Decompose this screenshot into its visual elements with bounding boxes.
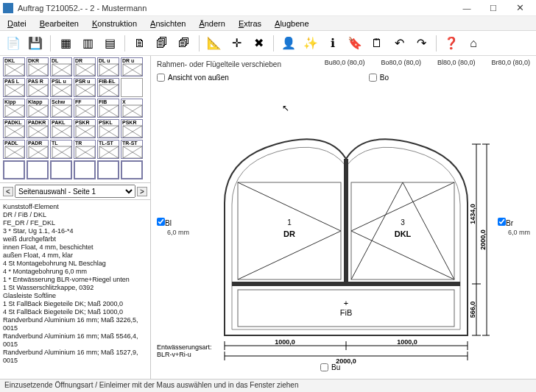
palette-TR[interactable]: TR bbox=[74, 140, 96, 159]
grid1-button[interactable]: ▦ bbox=[57, 35, 74, 52]
left-pane: DKLDKRDLDRDL uDR uPAS LPAS RPSL uPSR uFI… bbox=[0, 56, 151, 379]
info-line: 4 St FallBack Biegeteile DK; Maß 1000,0 bbox=[3, 308, 147, 316]
palette-pager: < Seitenauswahl - Seite 1 > bbox=[0, 182, 150, 199]
menu-extras[interactable]: Extras bbox=[234, 18, 266, 29]
palette-PSR u[interactable]: PSR u bbox=[74, 78, 96, 97]
menu-datei[interactable]: Datei bbox=[3, 18, 31, 29]
note-button[interactable]: 🗒 bbox=[368, 35, 386, 52]
checkbox-br-group: Br 6,0 mm bbox=[498, 218, 530, 236]
newdoc-button[interactable]: 🗎 bbox=[131, 35, 149, 52]
palette-Kipp[interactable]: Kipp bbox=[3, 99, 25, 118]
palette-blank[interactable] bbox=[50, 160, 72, 179]
copy-button[interactable]: 🗐 bbox=[153, 35, 171, 52]
palette-X[interactable]: X bbox=[121, 99, 143, 118]
palette-FIB-EL[interactable]: FIB-EL bbox=[97, 78, 119, 97]
save-button[interactable]: 💾 bbox=[27, 35, 44, 52]
svg-text:1434,0: 1434,0 bbox=[469, 204, 476, 224]
palette-Schw[interactable]: Schw bbox=[50, 99, 72, 118]
maximize-button[interactable]: ☐ bbox=[480, 1, 507, 15]
svg-text:1000,0: 1000,0 bbox=[397, 338, 417, 346]
minimize-button[interactable]: — bbox=[454, 1, 480, 15]
redo-button[interactable]: ↷ bbox=[412, 35, 430, 52]
palette-PADR[interactable]: PADR bbox=[27, 140, 49, 159]
info-line: Randverbund Aluminium 16 mm; Maß 5546,4,… bbox=[3, 332, 147, 349]
home-button[interactable]: ⌂ bbox=[465, 35, 482, 52]
palette-PAKL[interactable]: PAKL bbox=[50, 119, 72, 138]
palette-TL[interactable]: TL bbox=[50, 140, 72, 159]
page-button[interactable]: 📄 bbox=[4, 35, 22, 52]
palette-FF[interactable]: FF bbox=[74, 99, 96, 118]
palette-blank[interactable] bbox=[3, 160, 25, 179]
palette-TR-ST[interactable]: TR-ST bbox=[121, 140, 143, 159]
info-line: 4 * Montagebohrung 6,0 mm bbox=[3, 268, 147, 276]
palette-blank[interactable] bbox=[27, 160, 49, 179]
checkbox-aussen[interactable]: Ansicht von außen bbox=[157, 74, 229, 82]
canvas-header: Rahmen- oder Flügelteile verschieben bbox=[157, 60, 281, 68]
dim-value: Bl80,0 (80,0) bbox=[437, 59, 476, 66]
info-line: außen Float, 4 mm, klar bbox=[3, 252, 147, 260]
palette-PADKL[interactable]: PADKL bbox=[3, 119, 25, 138]
ruler-button[interactable]: 📐 bbox=[205, 35, 223, 52]
checkbox-bu[interactable]: Bu bbox=[320, 363, 340, 371]
palette-PAS R[interactable]: PAS R bbox=[27, 78, 49, 97]
grid3-button[interactable]: ▤ bbox=[101, 35, 119, 52]
paste-button[interactable]: 🗊 bbox=[175, 35, 193, 52]
info-line: 4 St Montagebohrung NL Beschlag bbox=[3, 260, 147, 268]
cursor-icon: ↖ bbox=[282, 103, 289, 113]
palette-PADL[interactable]: PADL bbox=[3, 140, 25, 159]
info-button[interactable]: ℹ bbox=[324, 35, 342, 52]
palette-PSKL[interactable]: PSKL bbox=[97, 119, 119, 138]
palette-DR u[interactable]: DR u bbox=[121, 57, 143, 76]
window-title: Auftrag T210052.- - 2 - Mustermann bbox=[18, 4, 147, 13]
palette-blank[interactable] bbox=[97, 160, 119, 179]
titlebar: Auftrag T210052.- - 2 - Mustermann — ☐ ✕ bbox=[0, 0, 536, 16]
crosshair-button[interactable]: ✛ bbox=[228, 35, 245, 52]
wand-button[interactable]: ✨ bbox=[302, 35, 320, 52]
info-line: Randverbund Aluminium 16 mm; Maß 1527,9,… bbox=[3, 349, 147, 365]
page-select[interactable]: Seitenauswahl - Seite 1 bbox=[15, 185, 135, 198]
info-line: Glasleiste Softline bbox=[3, 292, 147, 300]
info-line: 1 St Wasserschlitzkappe, 0392 bbox=[3, 284, 147, 292]
palette-blank[interactable] bbox=[121, 160, 143, 179]
menubar: DateiBearbeitenKonstruktionAnsichtenÄnde… bbox=[0, 16, 536, 31]
palette-PSL u[interactable]: PSL u bbox=[50, 78, 72, 97]
checkbox-bl[interactable]: Bl bbox=[157, 218, 189, 227]
menu-bearbeiten[interactable]: Bearbeiten bbox=[35, 18, 83, 29]
user-button[interactable]: 👤 bbox=[280, 35, 297, 52]
menu-konstruktion[interactable]: Konstruktion bbox=[88, 18, 141, 29]
close-button[interactable]: ✕ bbox=[507, 1, 533, 15]
br-value: 6,0 mm bbox=[508, 229, 530, 236]
toolbar: 📄💾▦▥▤🗎🗐🗊📐✛✖👤✨ℹ🔖🗒↶↷❓⌂ bbox=[0, 31, 536, 56]
palette-PAS L[interactable]: PAS L bbox=[3, 78, 25, 97]
info-line: weiß durchgefärbt bbox=[3, 235, 147, 243]
undo-button[interactable]: ↶ bbox=[390, 35, 408, 52]
help-button[interactable]: ❓ bbox=[442, 35, 460, 52]
palette-DR[interactable]: DR bbox=[74, 57, 96, 76]
palette-DL[interactable]: DL bbox=[50, 57, 72, 76]
info-line: 3 * Star, Ug 1.1, 4-16-*4 bbox=[3, 227, 147, 235]
palette-blank[interactable] bbox=[74, 160, 96, 179]
pane1-type: DR bbox=[283, 229, 295, 238]
menu-alugbene[interactable]: Alugbene bbox=[270, 18, 314, 29]
palette-DKL[interactable]: DKL bbox=[3, 57, 25, 76]
tag-button[interactable]: 🔖 bbox=[346, 35, 364, 52]
menu-ansichten[interactable]: Ansichten bbox=[146, 18, 190, 29]
menu-ändern[interactable]: Ändern bbox=[194, 18, 229, 29]
palette-blank[interactable] bbox=[121, 78, 143, 97]
drawing-canvas[interactable]: Rahmen- oder Flügelteile verschieben Bu8… bbox=[151, 56, 536, 379]
page-prev-button[interactable]: < bbox=[3, 187, 13, 196]
palette-Klapp[interactable]: Klapp bbox=[27, 99, 49, 118]
palette-PSKR[interactable]: PSKR bbox=[74, 119, 96, 138]
palette-FIB[interactable]: FIB bbox=[97, 99, 119, 118]
palette-DL u[interactable]: DL u bbox=[97, 57, 119, 76]
palette-PADKR[interactable]: PADKR bbox=[27, 119, 49, 138]
checkbox-br[interactable]: Br bbox=[498, 218, 530, 227]
page-next-button[interactable]: > bbox=[137, 187, 147, 196]
svg-text:2000,0: 2000,0 bbox=[479, 229, 487, 250]
palette-TL-ST[interactable]: TL-ST bbox=[97, 140, 119, 159]
checkbox-bo[interactable]: Bo bbox=[369, 74, 389, 82]
grid2-button[interactable]: ▥ bbox=[79, 35, 96, 52]
delete-button[interactable]: ✖ bbox=[250, 35, 267, 52]
palette-PSKR[interactable]: PSKR bbox=[121, 119, 143, 138]
palette-DKR[interactable]: DKR bbox=[27, 57, 49, 76]
